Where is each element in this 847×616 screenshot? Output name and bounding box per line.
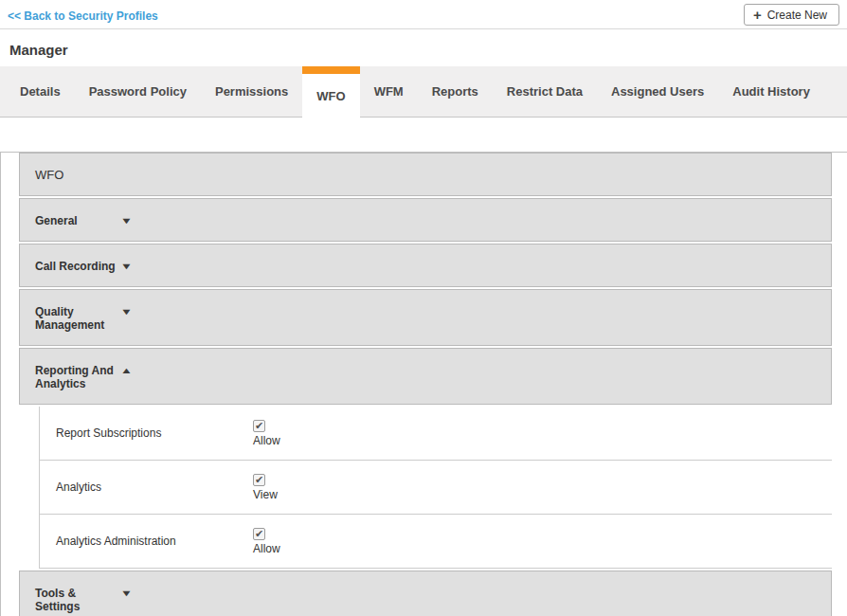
section-tools-and-settings-label: Tools & Settings [35,587,122,613]
perm-label: Analytics [56,480,253,494]
tab-wfo[interactable]: WFO [302,66,359,125]
top-bar: << Back to Security Profiles + Create Ne… [0,0,847,29]
perm-row-analytics: Analytics ✔ View [40,461,832,515]
perm-label: Analytics Administration [56,534,253,548]
section-quality-management[interactable]: Quality Management ▼ [19,289,832,346]
tab-restrict-data[interactable]: Restrict Data [493,66,597,118]
perm-label: Report Subscriptions [56,426,253,440]
back-to-security-profiles-link[interactable]: << Back to Security Profiles [8,9,158,23]
section-general-label: General [35,214,122,227]
analytics-administration-allow-checkbox[interactable]: ✔ [253,528,265,540]
section-call-recording-label: Call Recording [35,260,122,273]
chevron-up-icon: ▲ [120,366,133,375]
check-icon: ✔ [255,528,263,539]
chevron-down-icon: ▼ [120,307,133,317]
chevron-down-icon: ▼ [120,216,133,226]
tab-audit-history[interactable]: Audit History [718,66,824,118]
section-tools-and-settings[interactable]: Tools & Settings ▼ [19,571,832,616]
panel-title-row: WFO [19,153,832,196]
check-icon: ✔ [255,474,263,485]
section-call-recording[interactable]: Call Recording ▼ [19,244,832,287]
check-icon: ✔ [255,420,263,431]
wfo-panel: WFO General ▼ Call Recording ▼ Quality M… [0,152,847,616]
report-subscriptions-allow-checkbox[interactable]: ✔ [253,420,265,432]
chevron-down-icon: ▼ [120,262,133,271]
section-quality-management-label: Quality Management [35,305,122,332]
create-new-button[interactable]: + Create New [744,4,839,26]
plus-icon: + [753,8,762,22]
tab-permissions[interactable]: Permissions [201,66,302,118]
tab-content-gap [0,118,847,152]
tab-details[interactable]: Details [6,66,75,118]
perm-value-label: Allow [253,434,280,447]
section-general[interactable]: General ▼ [19,198,832,242]
create-new-label: Create New [767,9,827,22]
perm-row-analytics-administration: Analytics Administration ✔ Allow [40,515,832,569]
tab-reports[interactable]: Reports [418,66,493,118]
tab-assigned-users[interactable]: Assigned Users [597,66,718,118]
page-header: Manager [0,29,847,66]
tab-bar: Details Password Policy Permissions WFO … [0,66,847,118]
perm-row-report-subscriptions: Report Subscriptions ✔ Allow [40,407,832,461]
reporting-permissions-list: Report Subscriptions ✔ Allow Analytics ✔… [39,407,832,569]
panel-title-label: WFO [35,169,63,182]
analytics-view-checkbox[interactable]: ✔ [253,474,265,486]
chevron-down-icon: ▼ [120,589,133,598]
perm-value-label: View [253,488,278,501]
perm-value-label: Allow [253,542,280,555]
tab-wfm[interactable]: WFM [360,66,418,118]
tab-password-policy[interactable]: Password Policy [75,66,201,118]
section-reporting-and-analytics-label: Reporting And Analytics [35,364,122,390]
page-title: Manager [9,42,838,58]
section-reporting-and-analytics[interactable]: Reporting And Analytics ▲ [19,348,832,405]
